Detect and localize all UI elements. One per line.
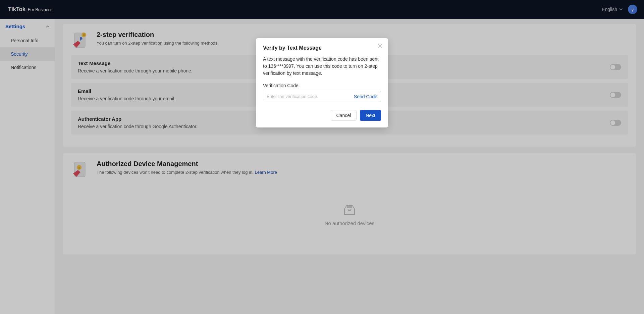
modal-actions: Cancel Next — [263, 110, 381, 121]
verification-code-label: Verification Code — [263, 83, 381, 88]
cancel-button[interactable]: Cancel — [331, 110, 357, 121]
modal-title: Verify by Text Message — [263, 45, 381, 51]
verify-sms-modal: Verify by Text Message A text message wi… — [256, 38, 388, 127]
modal-body-text: A text message with the verification cod… — [263, 56, 381, 77]
close-icon[interactable] — [377, 43, 383, 49]
verification-code-row: Send Code — [263, 91, 381, 102]
verification-code-input[interactable] — [263, 91, 354, 102]
next-button[interactable]: Next — [360, 110, 381, 121]
send-code-button[interactable]: Send Code — [354, 94, 377, 99]
